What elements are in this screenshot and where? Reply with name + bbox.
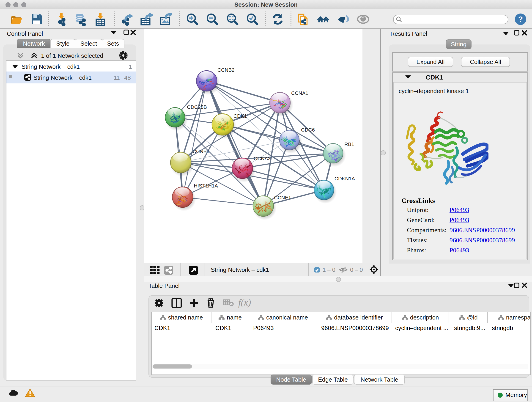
svg-text:CCNB2: CCNB2 [217,67,234,73]
svg-text:CCNA2: CCNA2 [254,156,271,161]
svg-text:CDC25B: CDC25B [187,104,207,110]
svg-text:CDK1: CDK1 [234,113,247,119]
svg-text:CCNE1: CCNE1 [274,195,291,201]
svg-text:RB1: RB1 [344,141,354,147]
svg-text:CCNB1: CCNB1 [192,148,210,154]
svg-text:CDKN1A: CDKN1A [335,176,355,182]
svg-text:HIST1H1A: HIST1H1A [194,183,218,189]
svg-text:?: ? [518,15,523,23]
svg-text:CDC6: CDC6 [301,127,315,133]
svg-text:CCNA1: CCNA1 [291,90,308,96]
